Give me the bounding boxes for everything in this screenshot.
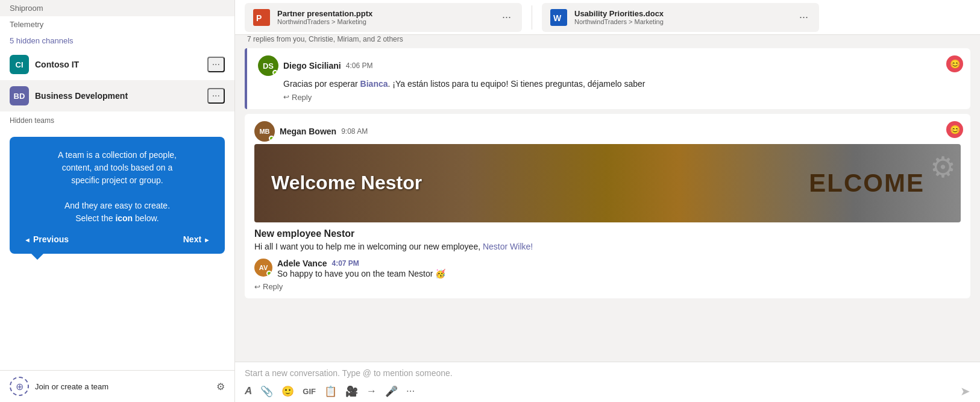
business-development-name: Business Development xyxy=(35,91,207,101)
reply-arrow-icon: ↩ xyxy=(283,93,289,101)
audio-button[interactable]: 🎤 xyxy=(385,385,398,398)
message-time-diego: 4:06 PM xyxy=(346,61,373,70)
file2-name: Usability Priorities.docx xyxy=(574,9,790,18)
chat-area: 7 replies from you, Christie, Miriam, an… xyxy=(235,35,980,362)
new-conversation-bar: Start a new conversation. Type @ to ment… xyxy=(235,362,980,402)
video-button[interactable]: 🎥 xyxy=(345,385,358,398)
sender-name-diego: Diego Siciliani xyxy=(283,61,341,71)
docx-icon: W xyxy=(549,8,568,27)
message-body-diego: Gracias por esperar Bianca. ¡Ya están li… xyxy=(283,78,961,90)
message-header-diego: DS Diego Siciliani 4:06 PM xyxy=(258,55,961,76)
tooltip-previous-button[interactable]: Previous xyxy=(24,234,69,244)
reaction-button-diego[interactable]: 😊 xyxy=(946,55,963,72)
arrow-right-icon xyxy=(204,234,210,244)
more-options-button[interactable]: ··· xyxy=(406,385,415,397)
settings-icon[interactable]: ⚙ xyxy=(216,381,225,392)
sidebar-item-contoso-it[interactable]: CI Contoso IT ··· xyxy=(0,49,234,80)
gif-button[interactable]: GIF xyxy=(303,387,316,396)
file-separator xyxy=(532,5,532,30)
file1-path: NorthwindTraders > Marketing xyxy=(277,18,492,25)
file-card-usability-priorities[interactable]: W Usability Priorities.docx NorthwindTra… xyxy=(542,3,819,32)
message-group-megan: MB Megan Bowen 9:08 AM Welcome Nestor EL… xyxy=(245,114,970,299)
avatar-adele: AV xyxy=(254,259,272,277)
file2-info: Usability Priorities.docx NorthwindTrade… xyxy=(574,9,790,25)
file2-more-button[interactable]: ··· xyxy=(796,10,812,25)
sidebar: Shiproom Telemetry 5 hidden channels CI … xyxy=(0,0,235,402)
pptx-icon: P xyxy=(252,8,271,27)
message-time-megan: 9:08 AM xyxy=(341,127,368,136)
svg-text:P: P xyxy=(256,13,262,23)
message-time-adele: 4:07 PM xyxy=(332,259,359,268)
sender-name-adele: Adele Vance xyxy=(277,259,327,268)
tooltip-nav: Previous Next xyxy=(24,234,210,244)
online-indicator xyxy=(272,70,278,75)
file1-name: Partner presentation.pptx xyxy=(277,9,492,18)
sidebar-channel-telemetry[interactable]: Telemetry xyxy=(0,16,234,33)
attach-button[interactable]: 📎 xyxy=(260,385,273,398)
emoji-button[interactable]: 🙂 xyxy=(281,385,294,398)
thread-indicator xyxy=(245,48,247,109)
join-create-label[interactable]: Join or create a team xyxy=(35,382,216,391)
online-indicator-megan xyxy=(269,136,274,141)
join-create-icon: ⊕ xyxy=(10,377,29,396)
post-body: Hi all I want you to help me in welcomin… xyxy=(254,242,961,251)
new-conversation-placeholder[interactable]: Start a new conversation. Type @ to ment… xyxy=(245,368,970,378)
post-title: New employee Nestor xyxy=(254,228,961,239)
welcome-gear-icon: ⚙ xyxy=(930,150,956,184)
contoso-it-name: Contoso IT xyxy=(35,60,207,69)
svg-text:W: W xyxy=(553,13,562,23)
tooltip-box: A team is a collection of people, conten… xyxy=(10,137,225,254)
sidebar-item-business-development[interactable]: BD Business Development ··· xyxy=(0,80,234,111)
file2-path: NorthwindTraders > Marketing xyxy=(574,18,790,25)
new-conversation-toolbar: A 📎 🙂 GIF 📋 🎥 → 🎤 ··· ➤ xyxy=(245,384,970,398)
message-group-diego: DS Diego Siciliani 4:06 PM Gracias por e… xyxy=(245,48,970,109)
reply-arrow-icon-megan: ↩ xyxy=(254,283,260,291)
reply-button-diego[interactable]: ↩ Reply xyxy=(283,93,312,102)
welcome-rug-text: ELCOME xyxy=(809,169,925,198)
contoso-it-avatar: CI xyxy=(10,55,29,74)
sticker-button[interactable]: 📋 xyxy=(324,385,337,398)
contoso-it-more-button[interactable]: ··· xyxy=(207,57,225,72)
files-bar: P Partner presentation.pptx NorthwindTra… xyxy=(235,0,980,35)
tooltip-next-button[interactable]: Next xyxy=(183,234,210,244)
file1-info: Partner presentation.pptx NorthwindTrade… xyxy=(277,9,492,25)
reaction-button-megan[interactable]: 😊 xyxy=(946,121,963,138)
reply-button-megan[interactable]: ↩ Reply xyxy=(254,282,283,291)
avatar-diego: DS xyxy=(258,55,278,76)
schedule-button[interactable]: → xyxy=(366,385,377,397)
business-development-more-button[interactable]: ··· xyxy=(207,88,225,104)
message-header-megan: MB Megan Bowen 9:08 AM xyxy=(254,121,961,142)
online-indicator-adele xyxy=(266,271,272,276)
sidebar-channel-shiproom[interactable]: Shiproom xyxy=(0,0,234,16)
sidebar-bottom-bar: ⊕ Join or create a team ⚙ xyxy=(0,370,234,402)
file1-more-button[interactable]: ··· xyxy=(498,10,515,25)
arrow-left-icon xyxy=(24,234,31,244)
message-body-adele: So happy to have you on the team Nestor … xyxy=(277,268,445,280)
avatar-megan: MB xyxy=(254,121,275,142)
format-text-button[interactable]: A xyxy=(245,385,252,397)
replies-summary: 7 replies from you, Christie, Miriam, an… xyxy=(245,35,970,43)
welcome-image-banner: Welcome Nestor ELCOME ⚙ xyxy=(254,144,961,222)
hidden-teams-label: Hidden teams xyxy=(0,111,234,130)
nested-reply-adele: AV Adele Vance 4:07 PM So happy to have … xyxy=(254,259,961,280)
sender-name-megan: Megan Bowen xyxy=(280,127,336,136)
business-development-avatar: BD xyxy=(10,86,29,105)
tooltip-text: A team is a collection of people, conten… xyxy=(24,149,210,225)
welcome-text: Welcome Nestor xyxy=(271,172,422,194)
send-button[interactable]: ➤ xyxy=(960,384,970,398)
file-card-partner-presentation[interactable]: P Partner presentation.pptx NorthwindTra… xyxy=(245,3,522,32)
main-content: P Partner presentation.pptx NorthwindTra… xyxy=(235,0,980,402)
sidebar-hidden-channels[interactable]: 5 hidden channels xyxy=(0,33,234,49)
